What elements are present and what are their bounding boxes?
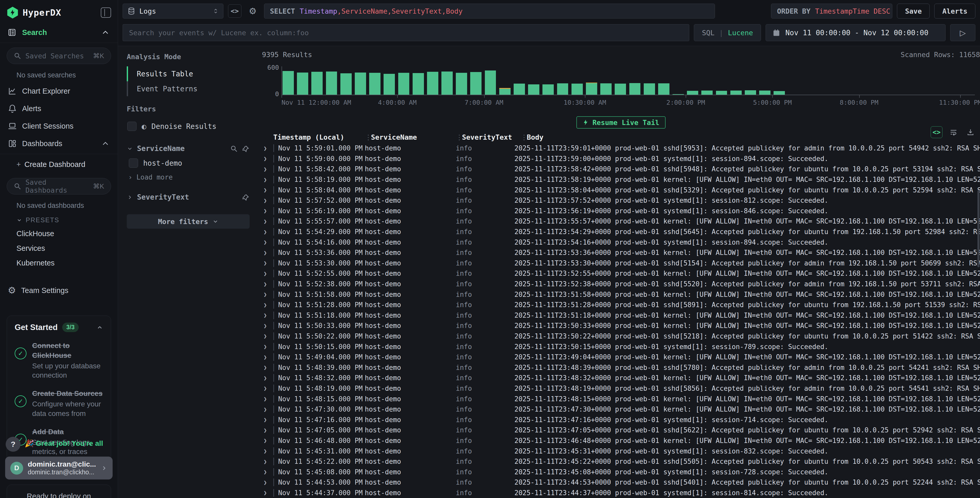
resume-live-tail-button[interactable]: Resume Live Tail (576, 116, 665, 129)
saved-searches-input[interactable]: Saved Searches ⌘K (7, 48, 111, 64)
denoise-checkbox[interactable] (127, 122, 137, 131)
column-resize-handle[interactable]: ⋮ (456, 133, 462, 141)
run-query-button[interactable]: ▷ (950, 24, 975, 41)
histogram-bar[interactable] (485, 70, 496, 95)
table-row[interactable]: ❯Nov 11 5:48:19.000 PMhost-demoinfo2025-… (262, 383, 980, 394)
source-settings-gear-icon[interactable]: ⚙ (246, 4, 259, 18)
table-row[interactable]: ❯Nov 11 5:47:16.000 PMhost-demoinfo2025-… (262, 414, 980, 425)
preset-dashboard-kubernetes[interactable]: Kubernetes (0, 256, 118, 270)
pin-icon[interactable] (242, 193, 250, 201)
date-range-picker[interactable]: Nov 11 00:00:00 - Nov 12 00:00:00 (765, 24, 945, 41)
user-account-button[interactable]: D dominic.tran@clic... dominic.tran@clic… (5, 456, 113, 479)
histogram-bar[interactable] (297, 73, 308, 95)
column-header-servicename[interactable]: ServiceName (371, 133, 456, 141)
filter-group-servicename[interactable]: ServiceName (127, 142, 250, 155)
table-row[interactable]: ❯Nov 11 5:50:22.000 PMhost-demoinfo2025-… (262, 331, 980, 342)
table-row[interactable]: ❯Nov 11 5:47:05.000 PMhost-demoinfo2025-… (262, 425, 980, 436)
table-row[interactable]: ❯Nov 11 5:44:53.000 PMhost-demoinfo2025-… (262, 477, 980, 488)
histogram-bar[interactable] (629, 83, 641, 95)
search-icon[interactable] (230, 145, 238, 153)
histogram-bar[interactable] (687, 91, 698, 95)
histogram-bar[interactable] (383, 74, 395, 95)
select-columns-input[interactable]: SELECT Timestamp ,ServiceName,SeverityTe… (264, 3, 715, 19)
download-button[interactable] (964, 126, 977, 138)
table-row[interactable]: ❯Nov 11 5:47:30.000 PMhost-demoinfo2025-… (262, 404, 980, 415)
get-started-item[interactable]: ✓Connect to ClickHouseSet up your databa… (15, 341, 103, 380)
histogram-bar[interactable] (586, 83, 597, 95)
source-select[interactable]: Logs (123, 3, 223, 19)
sidebar-item-team-settings[interactable]: ⚙ Team Settings (0, 282, 118, 299)
host-demo-checkbox[interactable] (129, 158, 138, 168)
histogram-bar[interactable] (413, 73, 424, 95)
table-row[interactable]: ❯Nov 11 5:58:42.000 PMhost-demoinfo2025-… (262, 164, 980, 174)
scrollbar[interactable] (977, 190, 980, 267)
chevron-up-icon[interactable] (101, 139, 110, 148)
lucene-toggle[interactable]: Lucene (728, 29, 753, 37)
histogram-bar[interactable] (369, 73, 380, 95)
presets-toggle[interactable]: PRESETS (0, 213, 118, 227)
column-resize-handle[interactable]: ⋮ (365, 133, 371, 141)
tab-event-patterns[interactable]: Event Patterns (127, 81, 250, 96)
table-row[interactable]: ❯Nov 11 5:58:19.000 PMhost-demoinfo2025-… (262, 174, 980, 185)
histogram-bar[interactable] (600, 83, 612, 95)
histogram-bar[interactable] (759, 91, 770, 95)
histogram-bar[interactable] (658, 83, 670, 95)
histogram-bar[interactable] (311, 72, 323, 95)
table-row[interactable]: ❯Nov 11 5:53:30.000 PMhost-demoinfo2025-… (262, 258, 980, 268)
code-view-button[interactable]: <> (228, 4, 242, 18)
histogram-bar[interactable] (730, 91, 742, 95)
sidebar-item-dashboards[interactable]: Dashboards (0, 135, 118, 152)
filter-option-host-demo[interactable]: host-demo (127, 155, 250, 171)
table-row[interactable]: ❯Nov 11 5:50:15.000 PMhost-demoinfo2025-… (262, 342, 980, 352)
histogram-bar[interactable] (283, 71, 294, 95)
histogram-bar[interactable] (773, 91, 785, 95)
histogram-bar[interactable] (340, 73, 352, 95)
table-row[interactable]: ❯Nov 11 5:52:55.000 PMhost-demoinfo2025-… (262, 268, 980, 279)
histogram-bar[interactable] (542, 85, 554, 95)
wrap-lines-button[interactable] (948, 126, 959, 138)
histogram-bar[interactable] (557, 83, 568, 95)
sidebar-item-alerts[interactable]: Alerts (0, 100, 118, 117)
table-row[interactable]: ❯Nov 11 5:51:58.000 PMhost-demoinfo2025-… (262, 289, 980, 300)
histogram-bar[interactable] (615, 84, 626, 95)
column-header-timestamp[interactable]: Timestamp (Local) (273, 133, 365, 141)
sidebar-collapse-icon[interactable] (101, 8, 111, 18)
histogram-bar[interactable] (326, 72, 337, 95)
table-row[interactable]: ❯Nov 11 5:55:57.000 PMhost-demoinfo2025-… (262, 216, 980, 227)
histogram-bar[interactable] (441, 72, 453, 95)
sidebar-item-search[interactable]: Search (0, 24, 118, 41)
histogram-bar[interactable] (673, 94, 684, 95)
histogram-bar[interactable] (470, 72, 482, 95)
histogram-bar[interactable] (644, 83, 655, 95)
sidebar-item-chart-explorer[interactable]: Chart Explorer (0, 82, 118, 100)
table-row[interactable]: ❯Nov 11 5:58:04.000 PMhost-demoinfo2025-… (262, 185, 980, 195)
column-resize-handle[interactable]: ⋮ (520, 133, 527, 141)
table-row[interactable]: ❯Nov 11 5:54:29.000 PMhost-demoinfo2025-… (262, 227, 980, 237)
histogram-bar[interactable] (398, 73, 409, 95)
columns-code-button[interactable]: <> (931, 126, 942, 138)
order-by-input[interactable]: ORDER BY TimestampTime DESC (771, 3, 892, 19)
table-row[interactable]: ❯Nov 11 5:48:32.000 PMhost-demoinfo2025-… (262, 373, 980, 383)
histogram-bar[interactable] (716, 91, 727, 95)
results-histogram[interactable]: 600 0 Nov 11 12:00:00 AM4:00:00 AM7:00:0… (266, 66, 977, 107)
table-row[interactable]: ❯Nov 11 5:57:52.000 PMhost-demoinfo2025-… (262, 195, 980, 206)
table-row[interactable]: ❯Nov 11 5:56:19.000 PMhost-demoinfo2025-… (262, 206, 980, 216)
table-row[interactable]: ❯Nov 11 5:52:38.000 PMhost-demoinfo2025-… (262, 279, 980, 289)
get-started-item[interactable]: ✓Create Data SourcesConfigure where your… (15, 389, 103, 418)
search-events-input[interactable]: Search your events w/ Lucene ex. column:… (123, 24, 689, 41)
column-header-severitytext[interactable]: SeverityText (462, 133, 520, 141)
table-row[interactable]: ❯Nov 11 5:59:00.000 PMhost-demoinfo2025-… (262, 153, 980, 164)
table-row[interactable]: ❯Nov 11 5:51:28.000 PMhost-demoinfo2025-… (262, 300, 980, 310)
load-more-button[interactable]: › Load more (127, 171, 250, 183)
save-button[interactable]: Save (897, 3, 930, 19)
column-header-body[interactable]: Body (527, 133, 980, 141)
sql-toggle[interactable]: SQL (702, 29, 714, 37)
query-language-toggle[interactable]: SQL | Lucene (694, 24, 761, 41)
chevron-up-icon[interactable] (96, 324, 103, 331)
histogram-bar[interactable] (355, 73, 366, 95)
histogram-bar[interactable] (427, 72, 438, 95)
histogram-bar[interactable] (701, 91, 713, 95)
table-row[interactable]: ❯Nov 11 5:51:18.000 PMhost-demoinfo2025-… (262, 310, 980, 321)
table-row[interactable]: ❯Nov 11 5:50:33.000 PMhost-demoinfo2025-… (262, 321, 980, 331)
more-filters-button[interactable]: More filters (127, 214, 250, 229)
